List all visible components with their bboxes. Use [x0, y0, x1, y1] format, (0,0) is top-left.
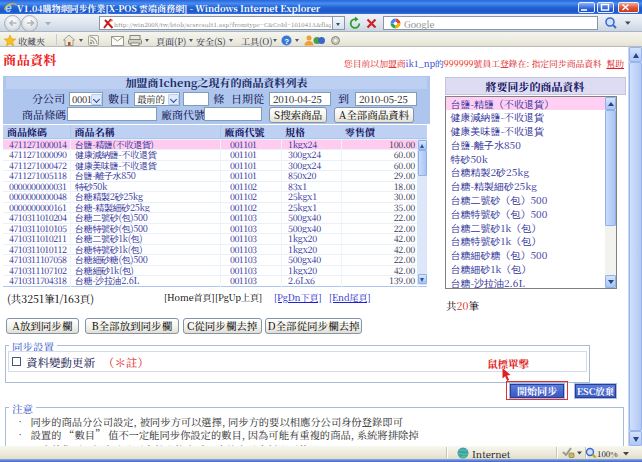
svg-text:?: ? — [284, 37, 289, 46]
